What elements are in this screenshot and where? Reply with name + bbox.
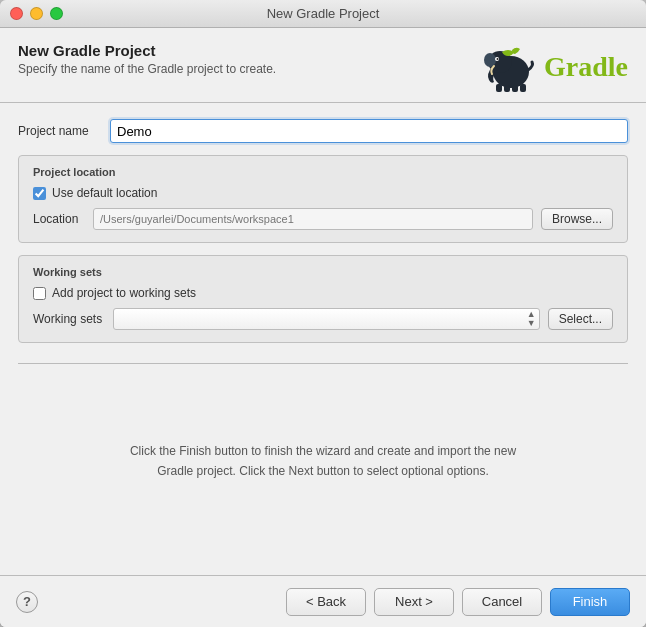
header: New Gradle Project Specify the name of t… — [0, 28, 646, 102]
back-button[interactable]: < Back — [286, 588, 366, 616]
project-location-title: Project location — [33, 166, 613, 178]
use-default-location-row: Use default location — [33, 186, 613, 200]
page-subtitle: Specify the name of the Gradle project t… — [18, 62, 276, 76]
gradle-elephant-icon — [482, 42, 540, 92]
next-button[interactable]: Next > — [374, 588, 454, 616]
header-left: New Gradle Project Specify the name of t… — [18, 42, 276, 76]
svg-rect-8 — [520, 84, 526, 92]
window-body: New Gradle Project Specify the name of t… — [0, 28, 646, 627]
maximize-button[interactable] — [50, 7, 63, 20]
working-sets-label: Working sets — [33, 312, 105, 326]
working-sets-row: Working sets ▲▼ Select... — [33, 308, 613, 330]
location-label: Location — [33, 212, 85, 226]
window-title: New Gradle Project — [267, 6, 380, 21]
content-area: Project name Project location Use defaul… — [0, 103, 646, 575]
gradle-logo: Gradle — [482, 42, 628, 92]
project-name-row: Project name — [18, 119, 628, 143]
page-title: New Gradle Project — [18, 42, 276, 59]
title-bar: New Gradle Project — [0, 0, 646, 28]
location-input[interactable] — [93, 208, 533, 230]
svg-rect-6 — [504, 85, 510, 92]
description-area: Click the Finish button to finish the wi… — [18, 363, 628, 559]
add-to-working-sets-checkbox[interactable] — [33, 287, 46, 300]
working-sets-select-button[interactable]: Select... — [548, 308, 613, 330]
use-default-location-label[interactable]: Use default location — [52, 186, 157, 200]
cancel-button[interactable]: Cancel — [462, 588, 542, 616]
add-to-working-sets-row: Add project to working sets — [33, 286, 613, 300]
project-name-input[interactable] — [110, 119, 628, 143]
svg-rect-7 — [512, 85, 518, 92]
help-button[interactable]: ? — [16, 591, 38, 613]
navigation-buttons: < Back Next > Cancel Finish — [286, 588, 630, 616]
description-text: Click the Finish button to finish the wi… — [130, 442, 516, 480]
close-button[interactable] — [10, 7, 23, 20]
svg-point-2 — [484, 53, 496, 67]
add-to-working-sets-label[interactable]: Add project to working sets — [52, 286, 196, 300]
finish-button[interactable]: Finish — [550, 588, 630, 616]
bottom-bar: ? < Back Next > Cancel Finish — [0, 575, 646, 627]
browse-button[interactable]: Browse... — [541, 208, 613, 230]
minimize-button[interactable] — [30, 7, 43, 20]
svg-rect-5 — [496, 84, 502, 92]
location-row: Location Browse... — [33, 208, 613, 230]
use-default-location-checkbox[interactable] — [33, 187, 46, 200]
window-controls — [10, 7, 63, 20]
working-sets-select[interactable] — [113, 308, 540, 330]
project-name-label: Project name — [18, 124, 110, 138]
working-sets-select-wrapper: ▲▼ — [113, 308, 540, 330]
gradle-logo-text: Gradle — [544, 51, 628, 83]
svg-point-4 — [497, 58, 499, 60]
project-location-section: Project location Use default location Lo… — [18, 155, 628, 243]
working-sets-section: Working sets Add project to working sets… — [18, 255, 628, 343]
working-sets-title: Working sets — [33, 266, 613, 278]
